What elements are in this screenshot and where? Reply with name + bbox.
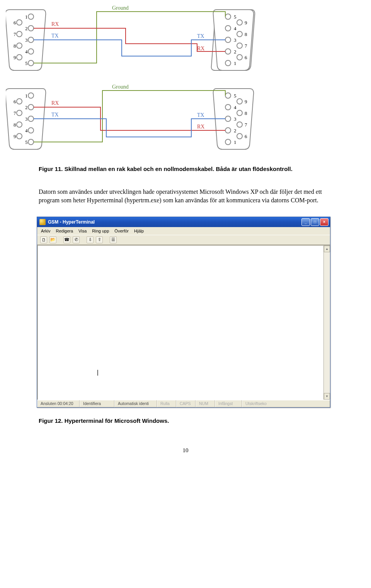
status-bar: Ansluten 00:04:20 Identifiera Automatisk… xyxy=(37,400,330,407)
svg-text:7: 7 xyxy=(14,31,16,37)
scroll-track[interactable] xyxy=(324,252,330,393)
menu-overfor[interactable]: Överför xyxy=(114,229,129,233)
svg-point-22 xyxy=(225,26,231,31)
status-detect: Identifiera xyxy=(80,400,114,407)
scroll-down-icon[interactable]: ▼ xyxy=(324,393,330,400)
svg-text:9: 9 xyxy=(14,55,16,60)
status-utskriftseko: Utskriftseko xyxy=(242,400,330,407)
toolbar-send-icon[interactable]: ⇩ xyxy=(87,236,94,243)
document-page: 1 6 2 7 3 8 4 9 5 xyxy=(0,0,371,469)
svg-text:1: 1 xyxy=(25,14,28,20)
svg-point-56 xyxy=(237,99,242,104)
svg-point-48 xyxy=(28,128,34,133)
toolbar: 🗋 📂 ☎ ✆ ⇩ ⇧ ☰ xyxy=(37,235,330,245)
minimize-button[interactable]: _ xyxy=(301,218,310,226)
svg-point-62 xyxy=(225,116,231,121)
svg-text:4: 4 xyxy=(234,104,237,110)
svg-point-36 xyxy=(28,93,34,98)
svg-point-8 xyxy=(28,37,34,43)
svg-text:8: 8 xyxy=(245,110,247,116)
status-rulla: Rulla xyxy=(157,400,176,407)
svg-point-16 xyxy=(28,60,34,66)
serial-cable-diagram-straight: 1 6 2 7 3 8 4 9 5 xyxy=(6,4,332,75)
svg-point-32 xyxy=(237,55,242,60)
svg-text:5: 5 xyxy=(25,60,28,66)
toolbar-connect-icon[interactable]: ☎ xyxy=(63,236,70,243)
toolbar-new-icon[interactable]: 🗋 xyxy=(40,236,47,243)
svg-text:5: 5 xyxy=(234,93,237,99)
tx-left-label: TX xyxy=(51,33,59,39)
body-paragraph: Datorn som användes under utvecklingen h… xyxy=(39,188,332,205)
svg-text:3: 3 xyxy=(234,37,237,43)
svg-text:8: 8 xyxy=(245,31,247,37)
svg-text:8: 8 xyxy=(14,43,16,49)
menu-hjalp[interactable]: Hjälp xyxy=(134,229,144,233)
svg-point-34 xyxy=(225,60,231,66)
svg-point-0 xyxy=(28,14,34,19)
svg-text:9: 9 xyxy=(14,133,16,139)
svg-text:5: 5 xyxy=(234,14,237,20)
svg-point-66 xyxy=(225,128,231,133)
svg-point-30 xyxy=(225,49,231,54)
menu-ringupp[interactable]: Ring upp xyxy=(92,229,109,233)
svg-point-4 xyxy=(28,26,34,31)
toolbar-receive-icon[interactable]: ⇧ xyxy=(96,236,103,243)
svg-text:4: 4 xyxy=(234,26,237,31)
vertical-scrollbar[interactable]: ▲ ▼ xyxy=(323,246,330,400)
menu-redigera[interactable]: Redigera xyxy=(56,229,73,233)
svg-point-26 xyxy=(225,37,231,43)
terminal-pane[interactable]: | xyxy=(38,246,323,400)
toolbar-properties-icon[interactable]: ☰ xyxy=(110,236,117,243)
svg-point-12 xyxy=(28,49,34,54)
tx-right-label: TX xyxy=(197,33,204,39)
hyperterminal-window: GSM - HyperTerminal _ □ × Arkiv Redigera… xyxy=(37,217,330,408)
serial-cable-diagram-nullmodem: 1 6 2 7 3 8 4 9 5 5 9 4 8 3 7 2 xyxy=(6,83,332,154)
svg-text:2: 2 xyxy=(234,128,237,133)
menu-arkiv[interactable]: Arkiv xyxy=(41,229,50,233)
figure-11-caption: Figur 11. Skillnad mellan en rak kabel o… xyxy=(39,166,332,172)
status-num: NUM xyxy=(196,400,215,407)
rx-right-label: RX xyxy=(197,46,204,51)
close-button[interactable]: × xyxy=(320,218,328,226)
toolbar-open-icon[interactable]: 📂 xyxy=(49,236,56,243)
svg-text:6: 6 xyxy=(14,20,16,26)
svg-point-46 xyxy=(17,122,22,127)
svg-point-42 xyxy=(17,110,22,116)
rx-left-label: RX xyxy=(51,21,59,27)
svg-point-6 xyxy=(17,31,22,37)
terminal-cursor: | xyxy=(96,369,100,376)
svg-point-70 xyxy=(225,139,231,145)
diagram-svg-2: 1 6 2 7 3 8 4 9 5 5 9 4 8 3 7 2 xyxy=(6,83,257,152)
svg-point-40 xyxy=(28,104,34,110)
svg-text:3: 3 xyxy=(25,37,28,43)
svg-point-20 xyxy=(237,20,242,25)
svg-text:2: 2 xyxy=(234,49,237,55)
app-icon xyxy=(39,219,46,225)
svg-point-58 xyxy=(225,104,231,110)
scroll-up-icon[interactable]: ▲ xyxy=(324,246,330,252)
toolbar-disconnect-icon[interactable]: ✆ xyxy=(73,236,80,243)
svg-point-50 xyxy=(17,133,22,139)
svg-text:5: 5 xyxy=(25,139,28,145)
svg-text:1: 1 xyxy=(234,139,237,145)
maximize-button[interactable]: □ xyxy=(311,218,319,226)
svg-point-54 xyxy=(225,93,231,98)
svg-text:6: 6 xyxy=(245,133,247,139)
svg-text:7: 7 xyxy=(14,110,16,116)
svg-text:4: 4 xyxy=(25,49,28,55)
tx-left-label-2: TX xyxy=(51,112,59,118)
hyperterminal-titlebar: GSM - HyperTerminal _ □ × xyxy=(37,217,330,227)
svg-text:7: 7 xyxy=(245,122,247,128)
svg-text:6: 6 xyxy=(245,55,247,60)
menu-visa[interactable]: Visa xyxy=(78,229,87,233)
svg-point-10 xyxy=(17,43,22,48)
svg-point-68 xyxy=(237,133,242,139)
tx-right-label-2: TX xyxy=(197,112,204,118)
svg-text:1: 1 xyxy=(234,60,237,66)
diagram-svg-1: 1 6 2 7 3 8 4 9 5 xyxy=(6,4,257,74)
menu-bar: Arkiv Redigera Visa Ring upp Överför Hjä… xyxy=(37,227,330,235)
ground-label: Ground xyxy=(112,5,129,11)
svg-text:4: 4 xyxy=(25,128,28,133)
ground-label-2: Ground xyxy=(112,84,129,90)
rx-right-label-2: RX xyxy=(197,124,204,130)
